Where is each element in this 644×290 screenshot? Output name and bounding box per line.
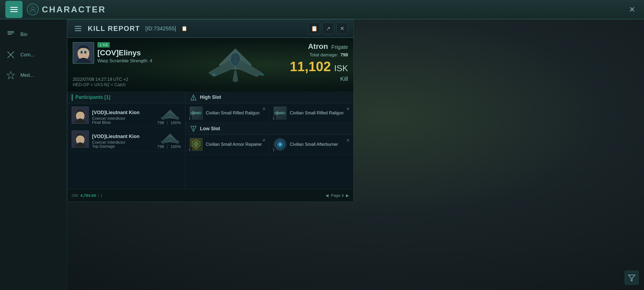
svg-rect-10 [75,30,81,31]
participant-damage-1: 798 [157,144,164,149]
victim-avatar [73,42,94,64]
svg-point-19 [212,74,216,76]
sidebar-label-medals: Med... [20,73,34,78]
sidebar-label-bio: Bio [20,32,27,37]
participant-percent-0: 100% [171,120,181,125]
page-label: Page 4 [331,193,344,198]
app-close-button[interactable]: ✕ [625,3,639,16]
kill-timestamp: 2022/07/08 14:27:19 UTC +2 [73,77,128,82]
low-slot-item-remove-0[interactable]: ✕ [261,137,267,143]
high-slot-title: High Slot [200,95,221,100]
kill-info-header: 1 Kill [COV]Elinys Warp Scramble Strengt… [67,38,353,92]
victim-name: [COV]Elinys [97,49,152,57]
svg-marker-46 [628,275,635,281]
kill-time-location: 2022/07/08 14:27:19 UTC +2 HED-GP < UX3-… [73,77,128,87]
panel-id: [ID:7342555] [145,26,176,32]
participant-avatar-inner-0 [72,107,88,123]
fittings-panel: High Slot [185,92,353,189]
panel-title: KILL REPORT [88,24,140,33]
high-slot-section: High Slot [185,92,353,123]
high-slot-item-remove-1[interactable]: ✕ [345,106,351,112]
kill-location: HED-GP < UX3-N2 < Catch [73,82,128,87]
high-slot-item-name-0: Civilian Small Rifled Railgun [206,111,265,115]
svg-rect-9 [75,28,81,29]
page-next-icon[interactable]: ▶ [346,193,349,198]
panel-clipboard-button[interactable]: 📋 [308,23,320,34]
svg-point-44 [279,143,281,146]
kill-result-label: Kill [290,75,348,82]
svg-rect-2 [8,31,14,32]
sidebar-icon-bio [5,29,16,40]
panel-menu-button[interactable] [73,23,83,34]
filter-button[interactable] [625,271,639,285]
svg-rect-32 [194,112,198,114]
low-slot-item-1[interactable]: Civilian Small Afterburner ✕ 1 [269,135,353,154]
svg-rect-34 [276,111,278,115]
bottom-qty: 1 [100,193,103,198]
ship-svg [192,41,278,89]
participant-percent-1: 100% [171,144,181,149]
participant-avatar-inner-1 [72,131,88,147]
bottom-bar: ISK: 4,784.00 | 1 ◀ Page 4 ▶ [67,189,353,202]
participant-blow-type-0: Final Blow [92,120,111,125]
character-nav: CHARACTER [27,3,106,15]
blow-type-text-0: Final Blow [92,120,111,125]
app-title: CHARACTER [42,5,106,15]
svg-rect-3 [8,32,14,33]
participant-name-0: [VOD]Lieutnant Kion [92,110,159,115]
total-damage-label: Total damage: [309,52,338,57]
svg-point-40 [193,126,194,127]
participant-ship-img-1 [159,132,181,146]
high-slot-header: High Slot [185,92,353,103]
participants-panel: Participants [1] [67,92,185,189]
page-prev-icon[interactable]: ◀ [325,193,329,198]
sidebar-item-combat[interactable]: Com... [0,45,67,64]
participant-avatar-1 [72,130,89,148]
sidebar-item-bio[interactable]: Bio [0,25,67,44]
high-slot-item-1[interactable]: Civilian Small Rifled Railgun ✕ 1 [269,103,353,123]
high-slot-item-qty-0: 1 [188,116,192,121]
low-slot-title: Low Slot [200,126,220,132]
high-slot-item-name-1: Civilian Small Rifled Railgun [290,111,349,115]
lower-section: Participants [1] [67,92,353,189]
ship-info-right: Atron Frigate Total damage: 798 11,102 I… [290,42,348,82]
high-slot-item-remove-0[interactable]: ✕ [261,106,267,112]
participant-entry-1[interactable]: [VOD]Lieutnant Kion Coercer Interdictor … [67,127,185,151]
panel-header-actions: 📋 ↗ ✕ [308,23,348,34]
participant-blow-type-1: Top Damage [92,144,115,149]
kill-tag: 1 Kill [97,42,110,48]
panel-export-button[interactable]: ↗ [322,23,334,34]
top-bar: CHARACTER ✕ [0,0,644,19]
participant-damage-0: 798 [157,120,164,125]
panel-header: KILL REPORT [ID:7342555] 📋 📋 ↗ ✕ [67,20,353,38]
low-slot-items: Civilian Small Armor Repairer ✕ 1 [185,135,353,154]
low-slot-item-remove-1[interactable]: ✕ [345,137,351,143]
hamburger-icon [10,7,18,12]
hamburger-button[interactable] [5,1,23,18]
participant-stats-0: 798 | 100% [157,120,181,125]
low-slot-item-name-0: Civilian Small Armor Repairer [206,142,265,147]
ship-type: Frigate [331,44,348,50]
participant-info-0: [VOD]Lieutnant Kion Coercer Interdictor [92,110,159,121]
high-slot-items: Civilian Small Rifled Railgun ✕ 1 [185,103,353,123]
low-slot-icon [190,125,197,133]
low-slot-item-name-1: Civilian Small Afterburner [290,142,349,147]
participant-entry-0[interactable]: [VOD]Lieutnant Kion Coercer Interdictor … [67,103,185,127]
svg-point-27 [193,99,194,100]
panel-close-button[interactable]: ✕ [336,23,348,34]
high-slot-item-0[interactable]: Civilian Small Rifled Railgun ✕ 1 [185,103,269,123]
blow-type-text-1: Top Damage [92,144,115,148]
sidebar-item-medals[interactable]: Med... [0,66,67,85]
participant-avatar-0 [72,107,89,124]
high-slot-icon [190,94,197,101]
participant-ship-img-0 [159,108,181,122]
low-slot-header: Low Slot [185,123,353,135]
low-slot-item-0[interactable]: Civilian Small Armor Repairer ✕ 1 [185,135,269,154]
svg-point-0 [31,7,34,10]
low-slot-item-qty-0: 1 [188,147,192,152]
section-bar-accent [72,94,73,101]
victim-warp-strength: Warp Scramble Strength: 4 [97,58,152,64]
svg-rect-4 [8,34,12,35]
isk-value: 11,102 [290,59,331,74]
participants-header: Participants [1] [67,92,185,103]
